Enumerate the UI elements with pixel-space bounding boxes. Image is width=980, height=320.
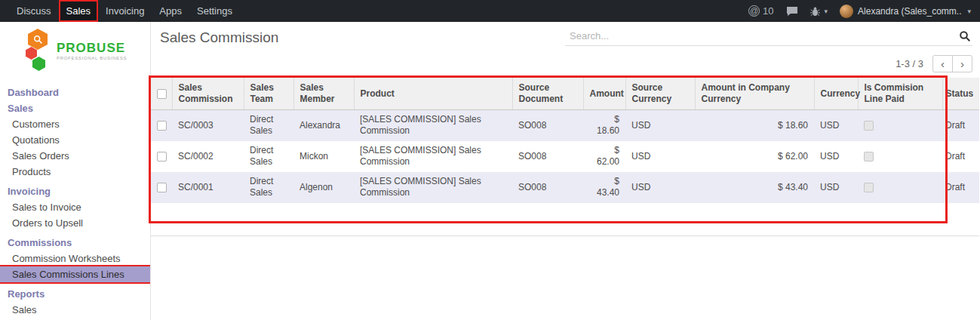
table-row[interactable]: SC/0001Direct SalesAlgenon[SALES COMMISS… [151,172,979,203]
chat-bubble-icon [786,6,798,17]
is-paid-cell [858,141,942,172]
row-select-cell [151,110,172,141]
menu-discuss[interactable]: Discuss [9,0,59,22]
sidebar-item-products[interactable]: Products [0,164,150,180]
col-header-amount-in-company-currency[interactable]: Amount in Company Currency [695,78,814,110]
sidebar-item-commission-worksheets[interactable]: Commission Worksheets [0,251,150,266]
cell-amount_company: $ 18.60 [695,110,814,141]
cell-amount: $ 62.00 [583,141,625,172]
cell-amount_company: $ 62.00 [695,141,814,172]
pager: 1-3 / 3 ‹ › [896,55,972,72]
sidebar-item-orders-to-upsell[interactable]: Orders to Upsell [0,215,150,231]
col-header-currency[interactable]: Currency [814,78,858,110]
menu-sales[interactable]: Sales [59,0,99,22]
menu-apps[interactable]: Apps [152,0,189,22]
pager-next-button[interactable]: › [952,55,972,72]
menu-settings[interactable]: Settings [189,0,240,22]
table-body: SC/0003Direct SalesAlexandra[SALES COMMI… [151,110,979,203]
select-all-checkbox[interactable] [157,89,167,99]
cell-member: Mickon [293,141,354,172]
cell-source_doc: SO008 [512,172,583,203]
topbar: Discuss Sales Invoicing Apps Settings @ … [0,0,980,22]
cell-currency: USD [814,172,858,203]
is-paid-checkbox [864,121,874,131]
cell-currency: USD [814,110,858,141]
col-header-is-commision-line-paid[interactable]: Is Commision Line Paid [858,78,942,110]
menu-invoicing[interactable]: Invoicing [98,0,152,22]
row-select-checkbox[interactable] [157,183,167,192]
table-row[interactable]: SC/0003Direct SalesAlexandra[SALES COMMI… [151,110,979,141]
cell-member: Algenon [293,172,354,203]
row-select-cell [151,141,172,172]
search-icon[interactable] [959,30,971,42]
sidebar: PROBUSE PROFESSIONAL BUSINESS Dashboard … [0,22,151,320]
cell-amount_company: $ 43.40 [695,172,814,203]
user-name: Alexandra (Sales_comm.. [858,6,961,17]
cell-amount: $ 43.40 [583,172,625,203]
main-content: Sales Commission 1-3 / 3 ‹ › Sales Commi [151,22,980,320]
chevron-down-icon: ▾ [967,8,971,15]
col-header-sales-team[interactable]: Sales Team [244,78,293,110]
cell-team: Direct Sales [244,110,293,141]
cell-name: SC/0002 [172,141,244,172]
mentions-count: 10 [763,5,773,17]
messages-button[interactable] [786,6,798,17]
sidebar-item-sales-commissions-lines[interactable]: Sales Commissions Lines [0,266,150,282]
pager-range[interactable]: 1-3 / 3 [896,58,923,69]
cell-source_currency: USD [625,141,695,172]
user-menu[interactable]: Alexandra (Sales_comm.. ▾ [840,5,971,18]
cell-product: [SALES COMMISSION] Sales Commission [354,110,512,141]
sidebar-item-quotations[interactable]: Quotations [0,132,150,148]
table-header-row: Sales Commission Sales Team Sales Member… [151,78,979,110]
sidebar-item-dashboard[interactable]: Dashboard [0,85,150,100]
sidebar-item-invoicing[interactable]: Invoicing [0,183,150,199]
col-header-product[interactable]: Product [354,78,512,110]
cell-currency: USD [814,141,858,172]
sidebar-item-reports-sales[interactable]: Sales [0,302,150,318]
sidebar-item-sales[interactable]: Sales [0,100,150,116]
cell-status: Draft [942,172,979,203]
logo-title: PROBUSE [57,42,127,55]
sidebar-nav: Dashboard Sales Customers Quotations Sal… [0,85,150,318]
cell-source_currency: USD [625,110,695,141]
search-input[interactable] [568,29,959,42]
mentions-counter[interactable]: @ 10 [748,5,773,17]
logo-hexagons-icon [26,29,51,72]
cell-source_doc: SO008 [512,110,583,141]
table-footer-space [151,203,979,236]
chevron-right-icon: › [960,57,964,70]
avatar [840,5,853,18]
col-header-sales-commission[interactable]: Sales Commission [172,78,244,110]
col-header-amount[interactable]: Amount [583,78,625,110]
page-title: Sales Commission [160,29,278,46]
cell-source_doc: SO008 [512,141,583,172]
sidebar-item-sales-orders[interactable]: Sales Orders [0,148,150,164]
top-menu-bar: Discuss Sales Invoicing Apps Settings [9,0,240,22]
debug-menu[interactable]: ▾ [810,6,828,17]
sidebar-item-reports[interactable]: Reports [0,286,150,302]
sidebar-item-customers[interactable]: Customers [0,116,150,132]
cell-amount: $ 18.60 [583,110,625,141]
topbar-right: @ 10 ▾ Alexandra (Sales_comm.. ▾ [748,0,971,22]
is-paid-checkbox [864,152,874,162]
sidebar-item-commissions[interactable]: Commissions [0,235,150,251]
bug-icon [810,6,820,17]
pager-previous-button[interactable]: ‹ [932,55,953,72]
is-paid-cell [858,172,942,203]
row-select-checkbox[interactable] [157,121,167,131]
is-paid-cell [858,110,942,141]
sidebar-item-sales-to-invoice[interactable]: Sales to Invoice [0,199,150,215]
chevron-left-icon: ‹ [941,57,945,70]
row-select-checkbox[interactable] [157,152,167,162]
select-all-cell [151,78,172,110]
cell-member: Alexandra [293,110,354,141]
col-header-source-document[interactable]: Source Document [512,78,583,110]
cell-name: SC/0001 [172,172,244,203]
table-row[interactable]: SC/0002Direct SalesMickon[SALES COMMISSI… [151,141,979,172]
col-header-source-currency[interactable]: Source Currency [625,78,695,110]
cell-status: Draft [942,141,979,172]
cell-team: Direct Sales [244,172,293,203]
col-header-status[interactable]: Status [942,78,979,110]
col-header-sales-member[interactable]: Sales Member [293,78,354,110]
cell-name: SC/0003 [172,110,244,141]
